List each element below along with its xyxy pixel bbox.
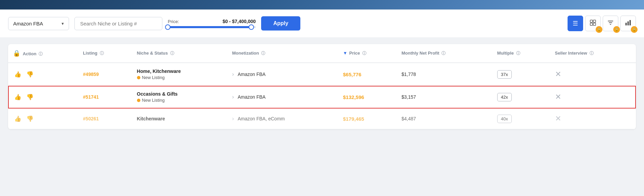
filter-bar: Amazon FBA ▾ Price: $0 - $7,400,000 Appl… [0, 9, 644, 37]
action-buttons: 👍 👎 [13, 114, 73, 123]
monetization-cell: › Amazon FBA [227, 63, 338, 86]
expand-arrow-icon[interactable]: › [232, 71, 234, 77]
chevron-down-icon: ▾ [62, 21, 64, 26]
multiple-badge: 37x [497, 70, 512, 79]
svg-rect-3 [593, 23, 596, 25]
status-label: New Listing [142, 75, 165, 80]
lock-badge-2: 🔒 [613, 26, 620, 33]
table-row: 👍 👎 #51741 Occasions & Gifts New Listing [8, 86, 636, 109]
range-slider-track[interactable] [168, 26, 256, 28]
price-value: $132,596 [343, 94, 364, 100]
col-action: 🔒 Action ⓘ [8, 44, 78, 63]
action-buttons: 👍 👎 [13, 92, 73, 102]
listing-info-icon[interactable]: ⓘ [100, 51, 104, 56]
col-net-profit: Monthly Net Profit ⓘ [397, 44, 492, 63]
seller-interview-x-icon: ✕ [555, 93, 561, 101]
thumbup-button[interactable]: 👍 [13, 92, 22, 102]
monetization-value: Amazon FBA [238, 72, 266, 77]
chart-view-icon [625, 19, 631, 28]
seller-interview-x-icon: ✕ [555, 114, 561, 123]
seller-interview-x-icon: ✕ [555, 70, 561, 78]
price-value: $65,776 [343, 72, 361, 77]
net-profit-info-icon[interactable]: ⓘ [441, 51, 445, 56]
search-input[interactable] [80, 21, 157, 26]
niche-cell: Occasions & Gifts New Listing [132, 86, 228, 109]
range-thumb-left[interactable] [165, 24, 170, 30]
table-section: 🔒 Action ⓘ Listing ⓘ Niche & Status ⓘ Mo… [0, 37, 644, 136]
filter-view-icon [607, 19, 614, 28]
thumbdown-button[interactable]: 👎 [25, 70, 34, 79]
col-listing: Listing ⓘ [78, 44, 132, 63]
grid-view-icon [590, 19, 596, 28]
action-cell: 👍 👎 [8, 109, 78, 129]
chart-view-button[interactable]: 🔒 [620, 16, 636, 31]
svg-rect-4 [625, 23, 627, 25]
lock-badge-3: 🔒 [631, 26, 638, 33]
thumbup-button[interactable]: 👍 [13, 114, 22, 123]
svg-rect-1 [593, 20, 596, 22]
niche-cell: Home, Kitchenware New Listing [132, 63, 228, 86]
range-thumb-right[interactable] [249, 24, 254, 30]
grid-view-button[interactable]: 🔒 [585, 16, 601, 31]
multiple-cell: 42x [492, 86, 550, 109]
price-value: $179,465 [343, 116, 364, 122]
list-view-button[interactable]: ☰ [568, 16, 583, 31]
price-cell: $179,465 [338, 109, 397, 129]
net-profit-value: $1,778 [401, 72, 416, 77]
listings-table: 🔒 Action ⓘ Listing ⓘ Niche & Status ⓘ Mo… [8, 44, 636, 129]
niche-title: Occasions & Gifts [137, 91, 223, 97]
seller-info-icon[interactable]: ⓘ [590, 51, 594, 56]
net-profit-cell: $4,487 [397, 109, 492, 129]
marketplace-dropdown[interactable]: Amazon FBA ▾ [8, 17, 69, 30]
net-profit-cell: $3,157 [397, 86, 492, 109]
thumbdown-button[interactable]: 👎 [25, 114, 34, 123]
listing-id-cell[interactable]: #50261 [78, 109, 132, 129]
multiple-badge: 42x [497, 93, 512, 101]
price-info-icon[interactable]: ⓘ [362, 51, 366, 56]
svg-rect-0 [590, 20, 593, 22]
view-icons: ☰ 🔒 🔒 [568, 16, 636, 31]
thumbdown-button[interactable]: 👎 [25, 92, 34, 102]
listing-id[interactable]: #49859 [83, 72, 99, 77]
svg-rect-6 [629, 20, 631, 25]
svg-rect-2 [590, 23, 593, 25]
monetization-info-icon[interactable]: ⓘ [261, 51, 265, 56]
price-value: $0 - $7,400,000 [223, 19, 256, 24]
apply-button[interactable]: Apply [261, 16, 300, 31]
price-cell: $65,776 [338, 63, 397, 86]
status-label: New Listing [142, 98, 165, 103]
seller-interview-cell: ✕ [550, 86, 636, 109]
filter-view-button[interactable]: 🔒 [603, 16, 618, 31]
net-profit-value: $4,487 [401, 116, 416, 121]
table-row: 👍 👎 #50261 Kitchenware › Amazon FBA, eCo… [8, 109, 636, 129]
listing-id[interactable]: #50261 [83, 116, 99, 121]
multiple-info-icon[interactable]: ⓘ [516, 51, 520, 56]
expand-arrow-icon[interactable]: › [232, 116, 234, 121]
niche-status: New Listing [137, 75, 223, 80]
col-seller-interview: Seller Interview ⓘ [550, 44, 636, 63]
range-slider-fill [168, 26, 251, 28]
list-view-icon: ☰ [573, 20, 578, 27]
niche-status: New Listing [137, 98, 223, 103]
seller-interview-cell: ✕ [550, 109, 636, 129]
listing-id-cell[interactable]: #49859 [78, 63, 132, 86]
listing-id-cell[interactable]: #51741 [78, 86, 132, 109]
action-info-icon[interactable]: ⓘ [39, 52, 43, 56]
price-label: Price: [168, 19, 179, 24]
sort-arrow-icon: ▼ [343, 51, 348, 56]
status-dot [137, 76, 140, 79]
price-cell: $132,596 [338, 86, 397, 109]
svg-rect-5 [627, 21, 629, 25]
listing-id[interactable]: #51741 [83, 94, 99, 100]
niche-info-icon[interactable]: ⓘ [170, 51, 174, 56]
monetization-value: Amazon FBA [238, 94, 266, 100]
seller-interview-cell: ✕ [550, 63, 636, 86]
thumbup-button[interactable]: 👍 [13, 70, 22, 79]
expand-arrow-icon[interactable]: › [232, 94, 234, 100]
dropdown-value: Amazon FBA [13, 21, 43, 26]
search-input-wrap [74, 17, 162, 30]
net-profit-cell: $1,778 [397, 63, 492, 86]
table-row: 👍 👎 #49859 Home, Kitchenware New Listing [8, 63, 636, 86]
col-price[interactable]: ▼ Price ⓘ [338, 44, 397, 63]
action-cell: 👍 👎 [8, 63, 78, 86]
